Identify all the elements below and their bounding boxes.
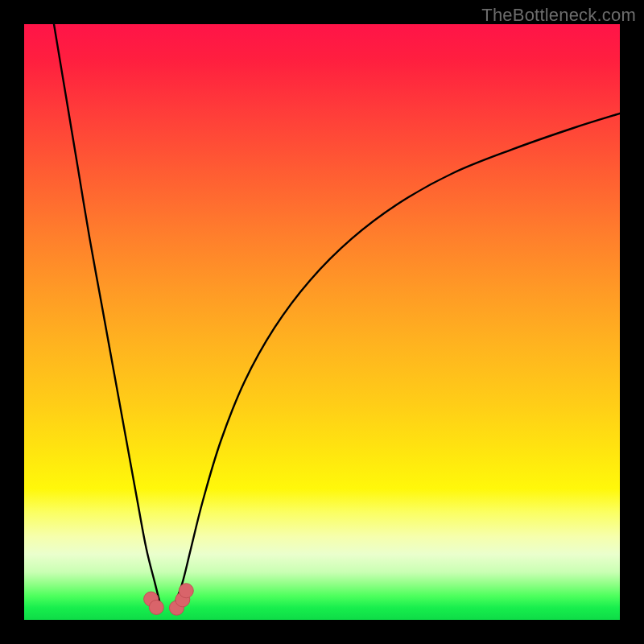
curve-left-arm [54,24,161,608]
marker-dot [144,592,159,606]
chart-stage: TheBottleneck.com [0,0,644,644]
curve-layer [24,24,620,620]
watermark-text: TheBottleneck.com [481,5,636,26]
plot-area [24,24,620,620]
curve-right-arm [173,114,620,608]
marker-dot [175,592,190,607]
marker-dot [169,601,184,615]
marker-dot [179,584,193,598]
bottom-marker-cluster [144,584,194,615]
marker-dot [149,600,163,614]
